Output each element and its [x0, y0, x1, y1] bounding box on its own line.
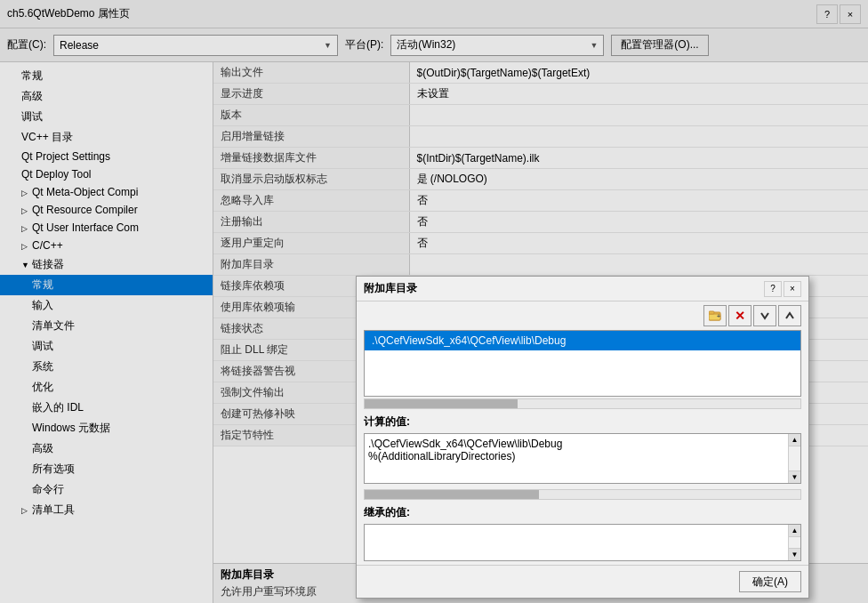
dialog-list: .\QCefViewSdk_x64\QCefView\lib\Debug: [364, 330, 801, 397]
inherited-label: 继承的值:: [364, 505, 801, 520]
dialog-add-btn[interactable]: +: [703, 305, 727, 326]
vscroll-track: [789, 446, 800, 470]
inherited-vscroll-down[interactable]: ▼: [789, 548, 800, 560]
dialog-title: 附加库目录: [364, 281, 417, 296]
dialog-close-button[interactable]: ×: [784, 281, 801, 297]
hscroll-thumb: [365, 399, 518, 408]
computed-value-1: .\QCefViewSdk_x64\QCefView\lib\Debug: [368, 438, 784, 450]
dialog-toolbar: + ✕: [357, 302, 808, 330]
computed-section: 计算的值: .\QCefViewSdk_x64\QCefView\lib\Deb…: [357, 411, 808, 487]
dialog-ok-button[interactable]: 确定(A): [739, 571, 801, 592]
computed-box: .\QCefViewSdk_x64\QCefView\lib\Debug %(A…: [365, 434, 788, 483]
inherited-section: 继承的值: ▲ ▼: [357, 502, 808, 565]
svg-rect-2: [709, 311, 714, 314]
computed-hscroll-thumb: [365, 490, 539, 499]
computed-vscroll[interactable]: ▲ ▼: [788, 434, 800, 483]
down-arrow-icon: [760, 310, 770, 321]
dialog-overlay: 附加库目录 ? × + ✕: [0, 0, 868, 603]
svg-text:+: +: [717, 313, 720, 319]
dialog-help-button[interactable]: ?: [764, 281, 782, 297]
dialog-delete-btn[interactable]: ✕: [728, 305, 751, 326]
list-item-value: .\QCefViewSdk_x64\QCefView\lib\Debug: [372, 334, 566, 347]
inherited-vscroll[interactable]: ▲ ▼: [788, 525, 800, 560]
dialog-up-btn[interactable]: [778, 305, 801, 326]
inherited-vscroll-track: [789, 537, 800, 548]
vscroll-up-arrow[interactable]: ▲: [789, 434, 800, 446]
computed-value-2: %(AdditionalLibraryDirectories): [368, 450, 784, 462]
dialog-hscroll[interactable]: [364, 398, 801, 409]
inherited-vscroll-up[interactable]: ▲: [789, 525, 800, 537]
up-arrow-icon: [784, 310, 795, 321]
dialog-list-item-1[interactable]: .\QCefViewSdk_x64\QCefView\lib\Debug: [365, 331, 800, 350]
computed-label: 计算的值:: [364, 414, 801, 430]
folder-icon: +: [709, 310, 721, 322]
computed-hscroll[interactable]: [364, 489, 801, 500]
dialog-title-buttons: ? ×: [764, 281, 801, 297]
inherited-box: [365, 525, 788, 560]
dialog-footer: 确定(A): [357, 565, 808, 598]
additional-lib-dialog: 附加库目录 ? × + ✕: [356, 276, 809, 599]
vscroll-down-arrow[interactable]: ▼: [789, 470, 800, 483]
dialog-down-btn[interactable]: [753, 305, 776, 326]
dialog-list-item-2[interactable]: [365, 350, 800, 358]
dialog-title-bar: 附加库目录 ? ×: [357, 277, 808, 302]
